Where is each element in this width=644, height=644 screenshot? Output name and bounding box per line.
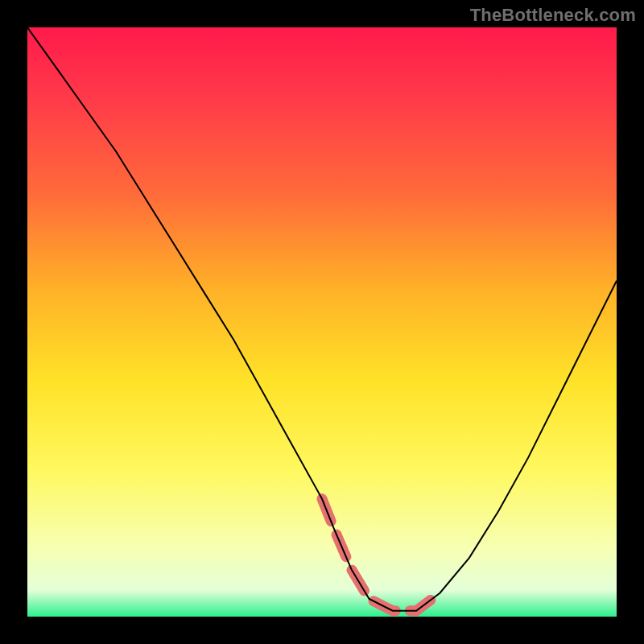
plot-area (27, 27, 617, 617)
watermark-text: TheBottleneck.com (470, 5, 636, 26)
chart-frame: TheBottleneck.com (0, 0, 644, 644)
gradient-background (27, 27, 617, 617)
chart-svg (27, 27, 617, 617)
